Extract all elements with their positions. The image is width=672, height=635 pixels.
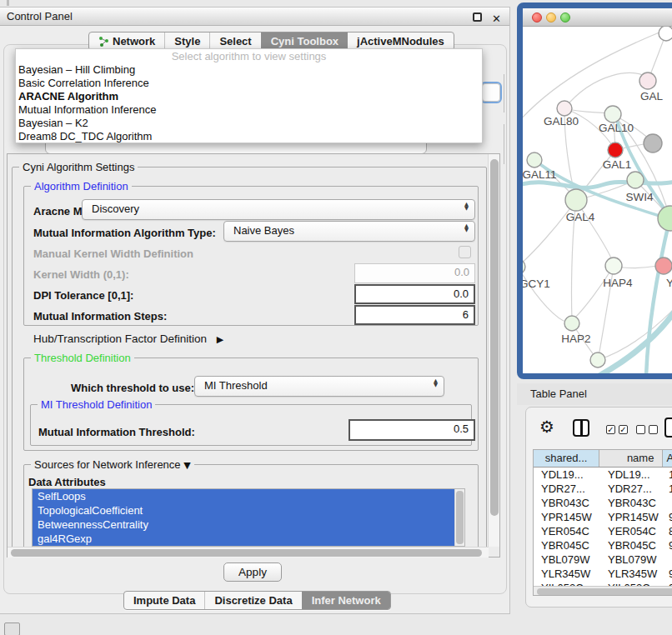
which-threshold-combo[interactable]: MI Threshold ▲▼ [194, 376, 444, 397]
table-cell: 12 [664, 482, 672, 496]
table-cell: 9. [664, 538, 672, 552]
table-panel-header[interactable]: Table Panel [517, 383, 672, 405]
dpi-tolerance-label: DPI Tolerance [0,1]: [33, 289, 133, 302]
mi-steps-field[interactable]: 6 [354, 305, 475, 325]
table-cell: YPR145W [534, 510, 600, 524]
data-attribute-item[interactable]: SelfLoops [33, 489, 464, 503]
algorithm-option[interactable]: ARACNE Algorithm [16, 90, 482, 103]
network-node[interactable] [608, 142, 623, 158]
network-node[interactable] [590, 352, 605, 368]
sources-group-title[interactable]: Sources for Network Inference ▼ [31, 458, 194, 471]
tab-cyni-toolbox[interactable]: Cyni Toolbox [261, 32, 348, 50]
dpi-tolerance-field[interactable]: 0.0 [354, 284, 475, 304]
network-window-titlebar[interactable] [523, 8, 672, 27]
network-node-hap4[interactable] [605, 258, 622, 274]
column-header[interactable]: shared... [534, 450, 599, 467]
table-row[interactable]: YDL19...YDL19...13 [534, 468, 672, 482]
mi-threshold-field[interactable]: 0.5 [349, 419, 475, 441]
settings-horizontal-scrollbar[interactable] [8, 547, 489, 558]
tab-select[interactable]: Select [209, 32, 260, 50]
table-cell: YER054C [600, 524, 664, 538]
network-node-gal11[interactable] [527, 152, 542, 168]
close-icon[interactable]: ✕ [492, 10, 501, 28]
algorithm-option[interactable]: Mutual Information Inference [16, 103, 482, 117]
algorithm-combo-focused-fragment[interactable] [480, 82, 502, 103]
network-view-window[interactable]: GALGAL80GAL10GAL1GAL11SWI4GAL4GCY1HAP4YH… [517, 2, 672, 379]
network-node-gal4[interactable] [565, 189, 587, 211]
table-cell: YBR045C [534, 538, 600, 552]
float-window-icon[interactable] [473, 12, 482, 22]
network-canvas[interactable]: GALGAL80GAL10GAL1GAL11SWI4GAL4GCY1HAP4YH… [523, 27, 672, 373]
tab-impute-data[interactable]: Impute Data [124, 592, 204, 609]
algorithm-option[interactable]: Basic Correlation Inference [16, 77, 482, 90]
hub-tf-definition-label: Hub/Transcription Factor Definition [33, 332, 207, 345]
algorithm-option[interactable]: Dream8 DC_TDC Algorithm [16, 130, 482, 143]
table-cell: 8. [664, 524, 672, 538]
table-cell: YBL079W [600, 552, 664, 567]
collapse-down-triangle-icon[interactable]: ▼ [183, 460, 190, 471]
table-row[interactable]: YBR045CYBR045C9. [534, 538, 672, 552]
table-cell: YLR345W [534, 567, 600, 581]
table-cell [664, 552, 672, 567]
gear-icon[interactable]: ⚙ [539, 417, 554, 437]
table-horizontal-scrollbar[interactable] [534, 586, 672, 596]
aracne-mode-combo[interactable]: Discovery ▲▼ [82, 199, 475, 220]
threshold-definition-title: Threshold Definition [31, 352, 134, 364]
table-header-row: shared...nameA [534, 450, 672, 468]
network-node-gal10[interactable] [604, 106, 621, 122]
table-row[interactable]: YBL079WYBL079W [534, 552, 672, 567]
network-node[interactable] [658, 206, 672, 231]
minimized-panel-icon[interactable] [4, 622, 20, 635]
manual-kernel-width-label: Manual Kernel Width Definition [33, 248, 193, 260]
mi-algorithm-type-label: Mutual Information Algorithm Type: [33, 227, 216, 239]
tab-network[interactable]: Network [89, 32, 164, 50]
table-row[interactable]: YPR145WYPR145W9. [534, 510, 672, 524]
tab-infer-network[interactable]: Infer Network [302, 592, 390, 609]
network-node-hap2[interactable] [564, 316, 579, 331]
data-attribute-item[interactable]: TopologicalCoefficient [33, 503, 464, 518]
data-attributes-label: Data Attributes [28, 476, 106, 488]
expand-right-triangle-icon[interactable]: ▶ [217, 334, 223, 345]
tab-style[interactable]: Style [164, 32, 209, 50]
network-node-gal[interactable] [639, 72, 656, 89]
minimize-traffic-light-icon[interactable] [546, 12, 556, 22]
close-traffic-light-icon[interactable] [532, 12, 542, 22]
aracne-mode-value: Discovery [92, 202, 139, 215]
mi-algorithm-type-value: Naive Bayes [233, 224, 294, 237]
column-header[interactable]: name [599, 450, 663, 467]
data-attribute-item[interactable]: gal4RGexp [33, 532, 464, 546]
algorithm-option[interactable]: Bayesian – Hill Climbing [16, 63, 482, 77]
control-panel-titlebar[interactable]: Control Panel ✕ [0, 8, 509, 26]
split-columns-icon[interactable] [573, 419, 589, 437]
tab-jactivemnodules[interactable]: jActiveMNodules [348, 32, 454, 50]
kernel-width-field[interactable]: 0.0 [354, 263, 475, 283]
stepper-arrows-icon: ▲▼ [434, 379, 438, 388]
network-node[interactable] [644, 134, 662, 152]
hub-tf-definition-row[interactable]: Hub/Transcription Factor Definition ▶ [33, 332, 223, 345]
network-node[interactable] [659, 27, 672, 41]
table-row[interactable]: YBR043CYBR043C [534, 496, 672, 510]
zoom-traffic-light-icon[interactable] [560, 12, 570, 22]
node-label: GAL80 [544, 115, 579, 128]
control-panel-title: Control Panel [7, 10, 73, 22]
table-row[interactable]: YER054CYER054C8. [534, 524, 672, 538]
mi-algorithm-type-combo[interactable]: Naive Bayes ▲▼ [223, 221, 475, 242]
table-row[interactable]: YDR27...YDR27...12 [534, 482, 672, 496]
table-row[interactable]: YLR345WYLR345W9. [534, 567, 672, 581]
tab-discretize-data[interactable]: Discretize Data [204, 592, 301, 609]
import-table-icon[interactable] [664, 418, 672, 438]
data-attribute-item[interactable]: BetweennessCentrality [33, 518, 464, 532]
mi-threshold-definition-title: MI Threshold Definition [38, 398, 155, 411]
select-all-icon[interactable]: ✓✓ [606, 425, 628, 434]
node-table: shared...nameA YDL19...YDL19...13YDR27..… [533, 449, 672, 596]
column-header[interactable]: A [663, 450, 672, 467]
algorithm-option[interactable]: Bayesian – K2 [16, 117, 482, 130]
network-node-gal80[interactable] [557, 101, 572, 116]
deselect-all-icon[interactable] [636, 425, 658, 434]
list-scrollbar[interactable] [454, 489, 464, 547]
network-node-y[interactable] [655, 258, 672, 274]
settings-vertical-scrollbar[interactable] [488, 154, 499, 547]
manual-kernel-width-checkbox[interactable] [459, 246, 471, 258]
network-node-swi4[interactable] [627, 172, 644, 188]
apply-button[interactable]: Apply [223, 562, 282, 582]
